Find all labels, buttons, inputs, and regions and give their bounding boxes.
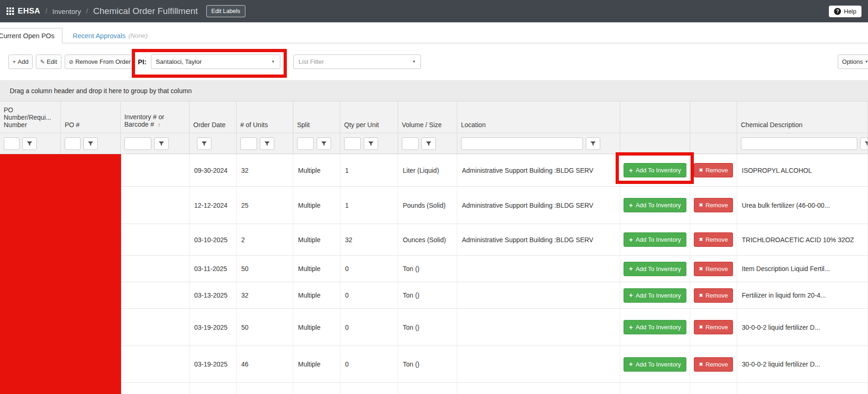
filter-input-volume[interactable] bbox=[402, 137, 419, 150]
app-grid-icon[interactable] bbox=[7, 7, 14, 15]
help-button[interactable]: ? Help bbox=[829, 6, 861, 17]
col-header-qty-per-unit[interactable]: Qty per Unit bbox=[340, 102, 398, 133]
col-header-po[interactable]: PO # bbox=[61, 102, 121, 133]
list-filter-dropdown[interactable]: List Filter ▼ bbox=[293, 54, 421, 69]
redaction-overlay bbox=[0, 154, 121, 394]
col-header-chemical-description[interactable]: Chemical Description bbox=[737, 102, 868, 133]
x-icon: ✖ bbox=[699, 202, 703, 208]
col-header-units[interactable]: # of Units bbox=[237, 102, 293, 133]
funnel-icon bbox=[158, 141, 164, 147]
add-to-inventory-button[interactable]: +Add To Inventory bbox=[624, 198, 687, 212]
add-to-inventory-button[interactable]: +Add To Inventory bbox=[624, 320, 687, 334]
chevron-down-icon: ▼ bbox=[865, 60, 868, 64]
cell-order-date: 12-12-2024 bbox=[190, 187, 237, 224]
remove-button[interactable]: ✖Remove bbox=[694, 163, 733, 177]
cell-units: 32 bbox=[237, 154, 293, 186]
col-header-remove bbox=[690, 102, 737, 133]
filter-input-qty[interactable] bbox=[344, 137, 361, 150]
x-icon: ✖ bbox=[699, 324, 703, 330]
filter-funnel-button[interactable] bbox=[860, 137, 868, 150]
toolbar: + Add ✎ Edit ⊘ Remove From Order PI: San… bbox=[0, 43, 868, 80]
col-header-split[interactable]: Split bbox=[293, 102, 340, 133]
add-to-inventory-button[interactable]: +Add To Inventory bbox=[624, 262, 687, 276]
filter-input-po-number[interactable] bbox=[4, 137, 20, 150]
cell-split: Multiple bbox=[293, 187, 340, 224]
filter-funnel-button[interactable] bbox=[364, 137, 378, 150]
cell-volume-size: Ton () bbox=[398, 256, 457, 282]
cell-chemical-description: 30-0-0-2 liquid fertilizer D... bbox=[737, 309, 868, 346]
remove-button[interactable]: ✖Remove bbox=[694, 232, 733, 247]
cell-split: Multiple bbox=[293, 256, 340, 282]
funnel-icon bbox=[27, 141, 33, 147]
remove-from-order-button[interactable]: ⊘ Remove From Order bbox=[65, 54, 135, 69]
col-header-order-date[interactable]: Order Date bbox=[190, 102, 237, 133]
add-to-inventory-button[interactable]: +Add To Inventory bbox=[624, 288, 687, 303]
filter-funnel-button[interactable] bbox=[22, 137, 37, 150]
add-to-inventory-button[interactable]: +Add To Inventory bbox=[624, 357, 687, 372]
col-header-add-to-inventory bbox=[620, 102, 690, 133]
edit-button[interactable]: ✎ Edit bbox=[36, 54, 61, 69]
cell-volume-size: Ton () bbox=[398, 346, 457, 382]
cell-location: Administrative Support Building :BLDG SE… bbox=[457, 154, 620, 186]
filter-input-split[interactable] bbox=[297, 137, 314, 150]
x-icon: ✖ bbox=[699, 167, 703, 173]
cell-qty-per-unit: 32 bbox=[340, 224, 398, 255]
cell-chemical-description: TRICHLOROACETIC ACID 10% 32OZ bbox=[737, 224, 868, 255]
cell-location bbox=[457, 282, 620, 308]
filter-row bbox=[0, 133, 868, 154]
filter-funnel-button[interactable] bbox=[197, 137, 211, 150]
remove-button[interactable]: ✖Remove bbox=[694, 288, 733, 303]
add-to-inventory-button[interactable]: +Add To Inventory bbox=[624, 232, 687, 247]
plus-icon: + bbox=[629, 292, 633, 299]
cell-order-date: 09-30-2024 bbox=[190, 154, 237, 186]
filter-input-po[interactable] bbox=[65, 137, 81, 150]
remove-button[interactable]: ✖Remove bbox=[694, 198, 733, 212]
edit-labels-button[interactable]: Edit Labels bbox=[206, 5, 245, 17]
table-row: 03-11-2025 50 Multiple 0 Ton () +Add To … bbox=[0, 256, 868, 282]
breadcrumb-separator: / bbox=[45, 7, 47, 15]
data-grid: PO Number/Requi... Number PO # Inventory… bbox=[0, 102, 868, 394]
x-icon: ✖ bbox=[699, 361, 703, 367]
filter-input-units[interactable] bbox=[240, 137, 257, 150]
tab-label: Recent Approvals bbox=[73, 32, 126, 40]
filter-funnel-button[interactable] bbox=[586, 137, 600, 150]
filter-funnel-button[interactable] bbox=[260, 137, 274, 150]
options-button[interactable]: Options ▼ bbox=[838, 54, 868, 69]
pi-filter-group: PI: Santaloci, Taylor ▼ bbox=[138, 54, 280, 69]
col-header-location[interactable]: Location bbox=[457, 102, 620, 133]
cell-order-date: 03-10-2025 bbox=[190, 224, 237, 255]
remove-button[interactable]: ✖Remove bbox=[694, 357, 733, 372]
add-button[interactable]: + Add bbox=[8, 54, 33, 69]
add-to-inventory-button[interactable]: +Add To Inventory bbox=[624, 163, 687, 177]
filter-funnel-button[interactable] bbox=[317, 137, 331, 150]
col-header-inventory-barcode[interactable]: Inventory # or Barcode # ↑ bbox=[121, 102, 190, 133]
tab-current-open-pos[interactable]: Current Open POs bbox=[0, 28, 62, 43]
cell-units: 32 bbox=[237, 282, 293, 308]
sort-asc-icon: ↑ bbox=[158, 121, 161, 128]
page-title: Chemical Order Fulfillment bbox=[93, 6, 198, 16]
pi-dropdown[interactable]: Santaloci, Taylor ▼ bbox=[151, 54, 280, 69]
col-header-volume-size[interactable]: Volume / Size bbox=[398, 102, 457, 133]
filter-input-inventory[interactable] bbox=[124, 137, 151, 150]
group-by-hint-bar[interactable]: Drag a column header and drop it here to… bbox=[0, 80, 868, 102]
filter-input-chemical[interactable] bbox=[741, 137, 857, 150]
filter-funnel-button[interactable] bbox=[83, 137, 98, 150]
cell-order-date: 03-11-2025 bbox=[190, 256, 237, 282]
tab-label: Current Open POs bbox=[0, 32, 54, 40]
pencil-icon: ✎ bbox=[40, 59, 45, 65]
cell-qty-per-unit: 1 bbox=[340, 154, 398, 186]
cell-chemical-description: 30-0-0-2 liquid fertilizer D... bbox=[737, 346, 868, 382]
remove-button[interactable]: ✖Remove bbox=[694, 262, 733, 276]
top-header-bar: EHSA / Inventory / Chemical Order Fulfil… bbox=[0, 0, 868, 22]
col-header-po-number[interactable]: PO Number/Requi... Number bbox=[0, 102, 61, 133]
breadcrumb-inventory[interactable]: Inventory bbox=[52, 7, 81, 15]
filter-funnel-button[interactable] bbox=[154, 137, 169, 150]
cell-volume-size: Ton () bbox=[398, 309, 457, 346]
x-icon: ✖ bbox=[699, 266, 703, 272]
funnel-icon bbox=[201, 141, 207, 147]
filter-funnel-button[interactable] bbox=[421, 137, 436, 150]
cell-location bbox=[457, 256, 620, 282]
tab-recent-approvals[interactable]: Recent Approvals (None) bbox=[65, 28, 155, 43]
filter-input-location[interactable] bbox=[461, 137, 583, 150]
remove-button[interactable]: ✖Remove bbox=[694, 320, 733, 334]
